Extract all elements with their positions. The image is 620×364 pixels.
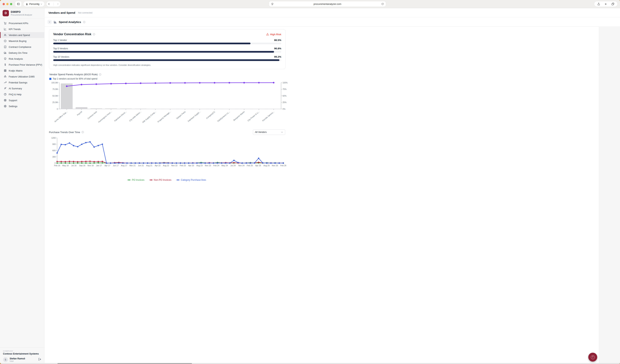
svg-text:City-wide Adver...: City-wide Adver... [129, 110, 142, 122]
legend-item-category-purchase-lines[interactable]: Category Purchase lines [176, 179, 206, 181]
sidebar-item-delivery-on-time[interactable]: Delivery On-Time [0, 50, 44, 56]
address-bar[interactable]: procurementanalyzer.com [269, 1, 310, 7]
sidebar-item-procurement-kpis[interactable]: Procurement KPIs [0, 20, 44, 26]
svg-text:Mar 21: Mar 21 [129, 164, 136, 167]
svg-text:City Power & Li...: City Power & Li... [247, 110, 260, 122]
sidebar-item-ai-summary[interactable]: AI Summary [0, 85, 44, 91]
forward-button[interactable] [57, 3, 59, 5]
legend-line-icon [149, 179, 153, 181]
svg-text:Sep 16: Sep 16 [79, 164, 85, 167]
main-content: Vendors and Spend Not connected Spend An… [45, 8, 310, 182]
vendor-concentration-card: Vendor Concentration Risk High Risk Top … [49, 29, 286, 69]
concentration-title: Vendor Concentration Risk [53, 33, 91, 36]
legend-label: PO Invoices [132, 179, 144, 181]
pareto-legend-label: Top 1 vendors account for 80% of total s… [53, 77, 97, 80]
svg-text:0: 0 [55, 162, 56, 164]
concentration-row: Top 5 Vendors96.8% [53, 47, 281, 53]
collapse-section-button[interactable] [47, 20, 52, 24]
svg-text:300: 300 [52, 156, 56, 158]
sidebar-item-purchase-price-variance-ppv[interactable]: Purchase Price Variance (PPV) [0, 62, 44, 68]
sidebar-item-label: Support [9, 99, 17, 102]
chevron-down-icon [281, 131, 283, 133]
svg-text:Payroll: Payroll [77, 110, 82, 116]
svg-text:Jun 21: Jun 21 [138, 164, 144, 167]
sidebar-item-faq-help[interactable]: FAQ & Help [0, 91, 44, 97]
svg-text:600: 600 [52, 149, 56, 152]
pareto-title: Vendor Spend Pareto Analysis (80/20 Rule… [49, 73, 97, 76]
legend-line-icon [176, 179, 180, 181]
svg-text:75%: 75% [282, 88, 286, 90]
sidebar-item-label: Purchase Price Variance (PPV) [9, 63, 42, 66]
life-buoy-icon [4, 99, 7, 102]
legend-line-icon [127, 179, 131, 181]
sidebar-item-label: Procurement KPIs [9, 22, 28, 25]
zoom-window-button[interactable] [10, 3, 12, 5]
sidebar-item-label: KPI Trends [9, 28, 21, 30]
svg-text:May 16: May 16 [62, 164, 69, 167]
legend-swatch [49, 78, 51, 80]
app-header: D D365FO Procurement AI Analyzer [0, 8, 44, 19]
sidebar-item-label: Delivery On-Time [9, 51, 28, 54]
svg-text:Aug 25: Aug 25 [264, 164, 270, 167]
sidebar-item-risk-analysis[interactable]: Risk Analysis [0, 56, 44, 62]
svg-text:Property Manage...: Property Manage... [157, 110, 171, 123]
svg-text:Acme Office Sup...: Acme Office Sup... [54, 110, 68, 122]
history-nav [46, 1, 61, 7]
warning-triangle-icon [266, 33, 269, 36]
info-icon[interactable] [99, 73, 101, 76]
svg-text:Nov 22: Nov 22 [171, 164, 177, 167]
svg-text:100%: 100% [282, 82, 288, 84]
svg-text:Fabrikam Electr...: Fabrikam Electr... [114, 110, 127, 122]
minimize-window-button[interactable] [6, 3, 9, 5]
sidebar-item-feature-utilization-d365[interactable]: Feature Utilization D365 [0, 74, 44, 79]
svg-text:50%: 50% [282, 95, 286, 97]
close-window-button[interactable] [3, 3, 5, 5]
gear-icon [4, 105, 7, 108]
info-icon[interactable] [81, 131, 84, 134]
info-icon[interactable] [93, 33, 95, 36]
concentration-row-label: Top 1 Vendor [53, 39, 67, 42]
chart-line-icon [4, 28, 7, 30]
shield-alert-icon [4, 57, 7, 60]
browser-sidebar-toggle-icon[interactable] [15, 1, 21, 7]
concentration-note: High concentration indicates significant… [53, 64, 281, 66]
reader-view-icon[interactable] [271, 3, 274, 6]
sidebar-item-support[interactable]: Support [0, 97, 44, 103]
sidebar-item-potential-savings[interactable]: Potential Savings [0, 79, 44, 85]
sidebar-item-kraljic-matrix[interactable]: Kraljic Matrix [0, 68, 44, 74]
svg-text:900: 900 [52, 143, 56, 145]
vendor-filter-value: All Vendors [255, 131, 267, 134]
svg-text:Aug 17: Aug 17 [121, 164, 127, 167]
legend-item-po-invoices[interactable]: PO Invoices [127, 179, 144, 181]
info-icon[interactable] [83, 21, 85, 23]
sidebar-item-kpi-trends[interactable]: KPI Trends [0, 26, 44, 32]
app-name: D365FO [11, 10, 32, 13]
page-title: Vendors and Spend [48, 11, 75, 15]
svg-text:Pernille Sørens...: Pernille Sørens... [262, 110, 275, 122]
trends-title: Purchase Trends Over Time [49, 131, 80, 134]
concentration-row-value: 86.5% [274, 39, 281, 42]
svg-text:Feb 24: Feb 24 [213, 164, 219, 167]
sidebar-item-maverick-buying[interactable]: Maverick Buying [0, 38, 44, 44]
svg-text:1200: 1200 [51, 137, 56, 139]
sidebar-item-label: Vendors and Spend [9, 34, 30, 36]
sidebar-item-contract-compliance[interactable]: Contract Compliance [0, 44, 44, 50]
vendor-filter-select[interactable]: All Vendors [253, 129, 285, 135]
legend-label: Category Purchase lines [181, 179, 206, 181]
svg-text:TobiiDynavox LL...: TobiiDynavox LL... [217, 110, 230, 122]
concentration-row-label: Top 10 Vendors [53, 56, 69, 58]
svg-text:Nov 23: Nov 23 [205, 164, 211, 167]
help-circle-icon [4, 93, 7, 96]
pareto-chart: 025.0M50.0M75.0M100.0M0%25%50%75%100%Acm… [49, 81, 292, 124]
back-button[interactable] [48, 3, 50, 5]
sidebar-item-settings[interactable]: Settings [0, 103, 44, 109]
legend-item-non-po-invoices[interactable]: Non-PO Invoices [149, 179, 171, 181]
svg-text:25.0M: 25.0M [52, 101, 58, 103]
svg-text:Apr 22: Apr 22 [155, 164, 161, 167]
svg-text:Apr 23: Apr 23 [188, 164, 194, 167]
sidebar-item-vendors-and-spend[interactable]: Vendors and Spend [0, 32, 44, 38]
high-risk-badge: High Risk [266, 33, 281, 36]
profile-label: Personlig [29, 3, 39, 5]
progress-fill [53, 43, 250, 44]
profile-menu-button[interactable]: Personlig [23, 1, 45, 7]
